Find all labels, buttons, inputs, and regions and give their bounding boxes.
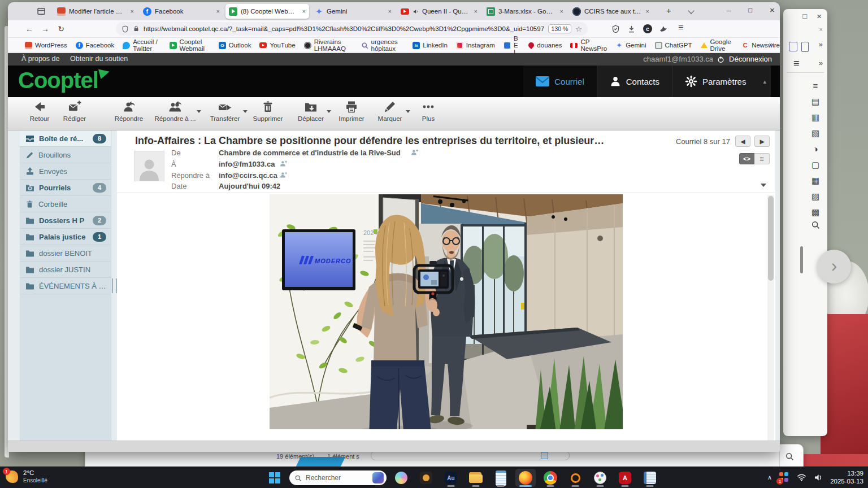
folder-sent[interactable]: Envoyés [20, 163, 111, 180]
taskbar-app-messaging[interactable] [416, 469, 436, 487]
bookmark-douanes[interactable]: douanes [528, 42, 562, 49]
downloads-icon[interactable] [627, 25, 636, 33]
bookmark-star-icon[interactable]: ☆ [575, 25, 582, 33]
caret-down-icon[interactable] [243, 110, 248, 113]
sidebar-splitter[interactable] [112, 278, 117, 293]
bookmarks-overflow-icon[interactable]: » [769, 40, 773, 49]
bookmark-youtube[interactable]: YouTube [259, 42, 295, 49]
tab-close-icon[interactable]: × [131, 8, 134, 15]
app-menu-icon[interactable]: ≡ [678, 23, 683, 33]
previous-message-button[interactable]: ◀ [735, 136, 750, 147]
caret-down-icon[interactable] [197, 110, 201, 113]
taskbar-app-media[interactable] [565, 469, 585, 487]
bookmark-gemini[interactable]: ✦Gemini [615, 42, 646, 49]
align-lines-icon[interactable]: ≡ [793, 58, 800, 69]
tab-close-icon[interactable]: × [216, 8, 220, 15]
search-highlight-image[interactable] [372, 472, 384, 483]
sidebar-tool-icon[interactable]: ▥ [811, 110, 819, 125]
add-contact-icon[interactable] [280, 160, 287, 167]
tab-close-icon[interactable]: × [560, 8, 563, 15]
taskbar-app-firefox[interactable] [515, 469, 536, 487]
back-to-list-button[interactable]: Retour [21, 100, 58, 122]
tab-close-icon[interactable]: × [474, 8, 478, 15]
nav-parametres[interactable]: Paramètres [672, 66, 759, 97]
add-contact-icon[interactable] [411, 149, 418, 156]
lock-icon[interactable] [133, 25, 140, 32]
message-scrollbar-thumb[interactable] [768, 196, 774, 281]
bookmark-cp-newspro[interactable]: CP NewsPro [570, 38, 607, 52]
tab-audio-icon[interactable] [413, 8, 419, 15]
nav-contacts[interactable]: Contacts [597, 66, 672, 97]
search-box[interactable]: Rechercher [289, 470, 387, 485]
wifi-icon[interactable] [797, 473, 806, 482]
bookmark-twitter[interactable]: Accueil / Twitter [123, 38, 160, 52]
forward-button[interactable]: → [38, 22, 52, 36]
taskbar-app-file-explorer[interactable] [466, 469, 486, 487]
bookmark-wordpress[interactable]: WordPress [25, 42, 67, 49]
logout-link[interactable]: Déconnexion [729, 55, 772, 63]
bg-window-scrollbar[interactable] [800, 246, 803, 273]
carousel-next-button[interactable]: › [817, 250, 851, 284]
next-message-button[interactable]: ▶ [754, 136, 770, 147]
extension-bird-icon[interactable] [659, 24, 668, 33]
folder-evenements[interactable]: ÉVÉNEMENTS À V... [20, 278, 111, 294]
more-button[interactable]: Plus [410, 100, 446, 122]
sidebar-tool-icon[interactable]: ◑ [813, 141, 818, 157]
bg-window-close-button[interactable]: × [817, 11, 822, 21]
pages-icon[interactable] [789, 42, 797, 51]
bookmark-chatgpt[interactable]: ChatGPT [655, 42, 692, 49]
from-value[interactable]: Chambre de commerce et d'industrie de la… [219, 149, 401, 157]
bookmark-instagram[interactable]: Instagram [456, 42, 495, 49]
delete-button[interactable]: Supprimer [250, 100, 286, 122]
tab-close-icon[interactable]: × [646, 8, 649, 15]
tab-gemini[interactable]: ✦ Gemini × [311, 4, 395, 19]
tab-cooptel-webmail[interactable]: (8) Cooptel Webmail :: Inf × [225, 4, 309, 19]
bookmark-outlook[interactable]: OOutlook [219, 42, 251, 49]
replyto-value[interactable]: info@ccirs.qc.ca [219, 171, 277, 180]
page-add-icon[interactable] [801, 42, 809, 52]
sidebar-tool-icon[interactable]: ▩ [811, 204, 819, 220]
tab-youtube[interactable]: Queen II - Queen (Fu × [397, 4, 481, 19]
tray-expand-chevron[interactable]: ∧ [767, 474, 772, 481]
tab-wordpress-article[interactable]: Modifier l'article « Un rés × [54, 4, 137, 19]
folder-dossiers-hp[interactable]: Dossiers H P 2 [20, 212, 111, 229]
caret-down-icon[interactable] [406, 110, 410, 113]
start-button[interactable] [264, 469, 285, 487]
bookmark-newswire[interactable]: CNewswire [741, 42, 780, 49]
reply-all-button[interactable]: Répondre à ... [151, 100, 199, 122]
weather-widget[interactable]: 1 2°C Ensoleillé [5, 469, 47, 484]
sidebar-tool-icon[interactable]: ▢ [811, 157, 819, 173]
bookmark-bei[interactable]: B E I [504, 35, 520, 55]
pocket-shield-icon[interactable] [611, 25, 620, 33]
print-button[interactable]: Imprimer [333, 100, 370, 122]
tab-close-icon[interactable]: × [302, 8, 306, 15]
window-minimize-button[interactable]: – [727, 6, 731, 15]
taskbar-app-writer[interactable] [640, 469, 660, 487]
url-bar[interactable]: https://webmail.cooptel.qc.ca/?_task=mai… [116, 22, 588, 36]
reply-button[interactable]: Répondre [111, 100, 147, 122]
add-contact-icon[interactable] [280, 171, 287, 178]
background-window-right[interactable]: □ × × » ≡ » ≡ ▤ ▥ ▧ ◑ ▢ ▦ ▨ ▩ [783, 9, 827, 436]
bg-panel-close-icon[interactable]: × [819, 26, 823, 33]
sidebar-tool-icon[interactable]: ≡ [813, 78, 818, 94]
find-icon[interactable] [811, 220, 820, 229]
sidebar-tool-icon[interactable]: ▦ [811, 173, 819, 189]
forward-button[interactable]: Transférer [205, 100, 245, 122]
move-button[interactable]: Déplacer [293, 100, 329, 122]
to-value[interactable]: info@fm1033.ca [219, 160, 275, 168]
tab-facebook[interactable]: f Facebook × [140, 4, 223, 19]
tab-ccirs[interactable]: CCIRS face aux tarifs × [569, 4, 653, 19]
tracking-shield-icon[interactable] [121, 25, 129, 33]
folder-justin[interactable]: dossier JUSTIN [20, 262, 111, 278]
nav-collapse-button[interactable]: ▴ [758, 66, 771, 97]
taskbar-app-audition[interactable]: Au [441, 469, 461, 487]
back-button[interactable]: ← [23, 22, 36, 36]
toolbar-overflow-icon[interactable]: » [819, 40, 823, 49]
zoom-level-badge[interactable]: 130 % [548, 24, 572, 33]
sidebar-tool-icon[interactable]: ▤ [811, 94, 819, 110]
sidebar-tool-icon[interactable]: ▧ [811, 125, 819, 141]
bookmark-facebook[interactable]: fFacebook [76, 42, 115, 49]
explorer-checkbox[interactable] [541, 452, 548, 459]
bookmark-riverains[interactable]: Riverains LHMAAAQ [304, 38, 353, 52]
firefox-view-icon[interactable] [36, 6, 46, 16]
